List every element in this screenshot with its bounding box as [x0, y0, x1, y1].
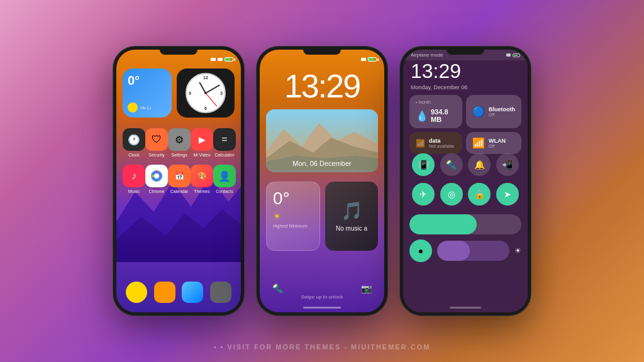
dock-item-3[interactable]: [180, 282, 204, 305]
cc-data-month: • month: [416, 100, 431, 104]
clock-num-12: 12: [203, 75, 208, 80]
clock-num-6: 6: [204, 106, 207, 111]
swipe-hint: Swipe up to unlock: [260, 294, 384, 300]
app-mivideo[interactable]: ▶ Mi Video: [191, 128, 213, 157]
cc-home-indicator: [450, 307, 481, 309]
notch-cc: [447, 50, 484, 55]
app-calendar[interactable]: 📅 Calendar: [168, 165, 191, 194]
calculator-app-label: Calculator: [214, 153, 235, 157]
app-clock[interactable]: 🕐 Clock: [123, 128, 145, 157]
flashlight-icon[interactable]: 🔦: [272, 283, 283, 293]
cc-screenshot-btn[interactable]: 📲: [496, 153, 519, 176]
cc-data-value: 934.8 MB: [431, 108, 456, 123]
app-settings[interactable]: ⚙ Settings: [168, 128, 191, 157]
lock-weather-icon: ☀: [273, 211, 313, 221]
cc-bluetooth-info: Bluetooth Off: [489, 106, 515, 117]
cc-slider-2[interactable]: [437, 241, 509, 261]
airplane-mode-label: Airplane mode: [411, 52, 443, 58]
cc-location-btn[interactable]: ➤: [496, 183, 519, 206]
dock-item-4[interactable]: [209, 282, 233, 305]
svg-point-1: [154, 173, 159, 178]
cc-slider-1-fill: [409, 214, 477, 234]
dock-item-1[interactable]: [125, 282, 148, 305]
data-tile-icon: 📶: [416, 139, 425, 148]
cc-slider-1[interactable]: [409, 214, 521, 234]
cc-volume-btn[interactable]: ●: [409, 239, 432, 262]
cc-data-tile[interactable]: • month 💧 934.8 MB: [409, 95, 462, 128]
app-row-2: ♪ Music: [123, 165, 235, 194]
lock-music-widget[interactable]: 🎵 No music a: [325, 182, 378, 251]
phone1-homescreen: 0° Hi• L• 12 3: [116, 50, 241, 312]
contacts-app-icon: 👤: [213, 165, 236, 187]
cc-alarm-btn[interactable]: 🔔: [468, 153, 491, 176]
calendar-app-icon: 📅: [168, 165, 191, 187]
chrome-app-label: Chrome: [149, 189, 165, 194]
calendar-app-label: Calendar: [170, 189, 188, 194]
flashlight-camera-row: 🔦 📷: [260, 283, 384, 293]
cc-slider-2-fill: [437, 241, 470, 261]
data-tile-status: Not available: [429, 144, 456, 148]
notch-lock: [303, 50, 341, 55]
cc-lock-btn[interactable]: 🔒: [468, 183, 491, 206]
wifi-icon: 📶: [472, 137, 485, 149]
sun-icon: [128, 102, 138, 112]
cc-mobile-data-tile[interactable]: 📶 data Not available: [409, 132, 462, 154]
bluetooth-label: Bluetooth: [489, 106, 515, 112]
app-contacts[interactable]: 👤 Contacts: [213, 165, 236, 194]
clock-num-3: 3: [220, 91, 223, 96]
lock-date: Mon, 06 December: [266, 160, 378, 167]
phones-container: 0° Hi• L• 12 3: [113, 46, 531, 316]
app-row-1: 🕐 Clock 🛡 Security ⚙ Settings ▶: [123, 128, 235, 157]
cc-autobrightness-btn[interactable]: ◎: [440, 183, 463, 206]
phone2: 13:29: [256, 46, 388, 316]
wlan-label: WLAN: [489, 138, 515, 144]
cc-toggles-row2: ✈ ◎ 🔒 ➤: [409, 183, 521, 206]
home-indicator-lock: [303, 307, 341, 309]
cc-mobile-data-info: data Not available: [429, 138, 456, 148]
data-tile-label: data: [429, 138, 456, 144]
wlan-status: Off: [489, 144, 515, 148]
clock-widget[interactable]: 12 3 6 9: [177, 69, 235, 118]
cc-flashlight-btn[interactable]: 🔦: [440, 153, 463, 176]
lock-time: 13:29: [260, 67, 384, 105]
app-chrome[interactable]: Chrome: [145, 165, 168, 194]
cc-datetime: 13:29 Monday, December 06: [411, 60, 520, 90]
cc-connectivity-tiles: • month 💧 934.8 MB 🔵 Bluetooth Off: [409, 95, 521, 154]
dock-icon-1: [126, 282, 147, 303]
cc-vibrate-btn[interactable]: 📳: [412, 153, 435, 176]
phone2-lockscreen: 13:29: [260, 50, 384, 312]
settings-app-label: Settings: [171, 153, 187, 157]
mivideo-app-icon: ▶: [191, 128, 213, 151]
weather-hilo: Hi• L•: [140, 106, 151, 110]
cc-bluetooth-tile[interactable]: 🔵 Bluetooth Off: [466, 95, 521, 128]
cc-airplane-btn[interactable]: ✈: [412, 183, 435, 206]
app-music[interactable]: ♪ Music: [123, 165, 145, 194]
lock-weather-temp: 0°: [273, 189, 313, 209]
chrome-app-icon: [145, 165, 168, 187]
bluetooth-icon: 🔵: [472, 106, 485, 118]
security-app-icon: 🛡: [145, 128, 168, 151]
app-themes[interactable]: 🎨 Themes: [191, 165, 213, 194]
lock-weather-widget[interactable]: 0° ☀ Highest Minimum:: [266, 182, 320, 251]
app-security[interactable]: 🛡 Security: [145, 128, 168, 157]
cc-date: Monday, December 06: [411, 84, 520, 90]
dock-item-2[interactable]: [153, 282, 177, 305]
phone3: Airplane mode 13:29 Monday, December 06: [399, 46, 531, 316]
lock-weather-label: Highest Minimum:: [273, 224, 313, 228]
music-note-icon: 🎵: [341, 200, 363, 221]
mivideo-app-label: Mi Video: [193, 153, 210, 157]
phone1: 0° Hi• L• 12 3: [113, 46, 245, 316]
clock-center: [204, 92, 207, 94]
bluetooth-status: Off: [489, 112, 515, 117]
dock-icon-4: [210, 282, 231, 303]
camera-icon[interactable]: 📷: [361, 283, 372, 293]
widgets-row: 0° Hi• L• 12 3: [123, 69, 235, 118]
weather-widget[interactable]: 0° Hi• L•: [123, 69, 172, 118]
cc-wlan-tile[interactable]: 📶 WLAN Off: [466, 132, 521, 154]
dock: [123, 282, 235, 305]
calculator-app-icon: =: [213, 128, 236, 151]
clock-face: 12 3 6 9: [186, 73, 226, 113]
cc-slider-row-1: [409, 214, 521, 234]
app-calculator[interactable]: = Calculator: [213, 128, 236, 157]
lock-widgets: 0° ☀ Highest Minimum: 🎵 No music a: [266, 182, 378, 251]
